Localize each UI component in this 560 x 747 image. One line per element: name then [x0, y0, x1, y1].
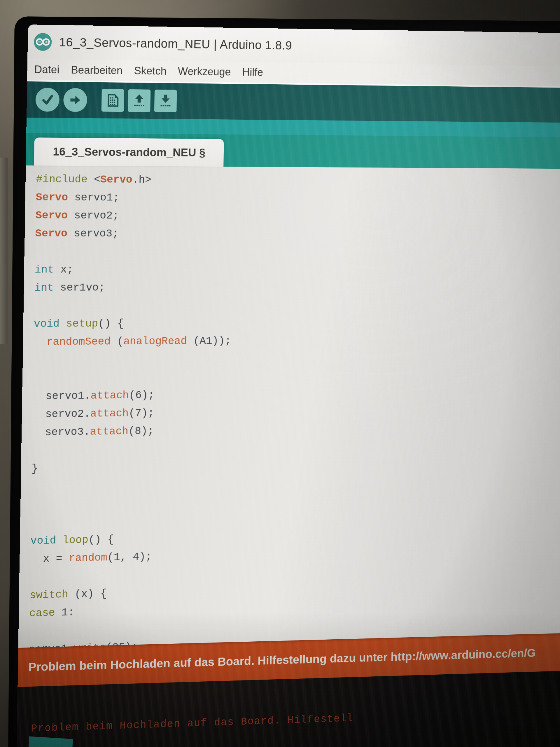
menu-item-hilfe[interactable]: Hilfe	[242, 66, 263, 78]
error-message: Problem beim Hochladen auf das Board. Hi…	[28, 646, 536, 674]
code-line: Servo servo1;	[35, 188, 560, 208]
tab-label: 16_3_Servos-random_NEU §	[53, 145, 206, 159]
code-line	[34, 295, 560, 315]
code-line: Servo servo3;	[35, 224, 560, 243]
open-button[interactable]	[128, 89, 151, 112]
menu-item-datei[interactable]: Datei	[34, 63, 59, 76]
code-line: #include <Servo.h>	[36, 170, 560, 190]
upload-button[interactable]	[63, 88, 87, 112]
console-line: Problem beim Hochladen auf das Board. Hi…	[31, 705, 560, 735]
tab-sketch[interactable]: 16_3_Servos-random_NEU §	[34, 137, 224, 166]
save-button[interactable]	[154, 89, 177, 112]
menu-item-werkzeuge[interactable]: Werkzeuge	[178, 66, 231, 78]
code-line: void setup() {	[33, 312, 560, 333]
arrow-down-icon	[158, 93, 173, 108]
wall-edge-highlight	[0, 158, 7, 344]
code-line	[35, 242, 560, 261]
arduino-logo-icon	[33, 32, 53, 51]
code-editor[interactable]: #include <Servo.h>Servo servo1;Servo ser…	[18, 165, 560, 648]
document-icon	[105, 93, 121, 108]
code-line: int x;	[34, 260, 560, 279]
arrow-up-icon	[132, 93, 147, 108]
code-line: Servo servo2;	[35, 206, 560, 226]
code-line: int ser1vo;	[34, 278, 560, 297]
menu-item-sketch[interactable]: Sketch	[134, 65, 166, 77]
tab-bar: 16_3_Servos-random_NEU §	[26, 133, 560, 169]
verify-button[interactable]	[35, 87, 59, 112]
toolbar	[27, 81, 560, 123]
photo-of-monitor: 16_3_Servos-random_NEU | Arduino 1.8.9 D…	[0, 0, 560, 747]
arrow-right-icon	[68, 93, 83, 107]
window-title: 16_3_Servos-random_NEU | Arduino 1.8.9	[59, 35, 292, 53]
check-icon	[40, 92, 55, 107]
arduino-ide-window: 16_3_Servos-random_NEU | Arduino 1.8.9 D…	[16, 25, 560, 747]
menu-item-bearbeiten[interactable]: Bearbeiten	[71, 64, 123, 77]
new-sketch-button[interactable]	[102, 89, 124, 112]
